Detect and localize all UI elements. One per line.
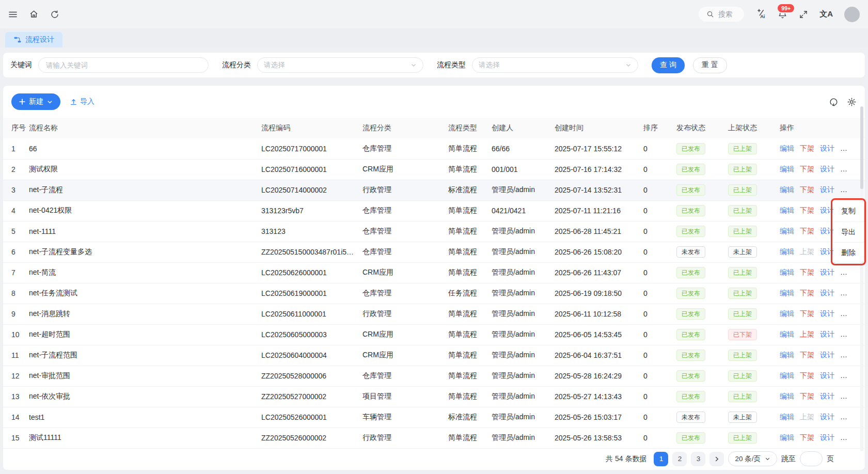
action-take-down-link[interactable]: 下架	[800, 206, 814, 215]
cell-actions: 编辑下架设计更多	[778, 366, 865, 386]
action-design-link[interactable]: 设计	[820, 371, 834, 381]
action-take-down-link[interactable]: 下架	[800, 351, 814, 360]
table-scrollbar-thumb[interactable]	[860, 106, 863, 189]
cell-category: 仓库管理	[360, 242, 446, 262]
action-take-down-link[interactable]: 下架	[800, 165, 814, 174]
table-row: 9net-消息跳转LC20250611000001行政管理简单流程管理员/adm…	[3, 304, 865, 324]
jump-to-page-input[interactable]	[800, 451, 823, 466]
tab-process-design[interactable]: 流程设计	[5, 32, 62, 48]
type-select[interactable]: 请选择	[472, 57, 638, 73]
action-take-down-link[interactable]: 下架	[800, 185, 814, 195]
cell-name: test1	[27, 407, 259, 428]
category-select[interactable]: 请选择	[257, 57, 423, 73]
language-switch-icon[interactable]: 文A	[819, 9, 833, 19]
action-edit-link[interactable]: 编辑	[780, 247, 794, 257]
cell-index: 14	[3, 407, 27, 428]
ai-assistant-icon[interactable]: Ai	[755, 9, 766, 20]
action-design-link[interactable]: 设计	[820, 289, 834, 298]
user-avatar[interactable]	[844, 7, 860, 22]
fullscreen-icon[interactable]	[799, 10, 808, 19]
cell-actions: 编辑下架设计更多	[778, 159, 865, 180]
menu-icon[interactable]	[8, 10, 18, 19]
action-edit-link[interactable]: 编辑	[780, 433, 794, 443]
action-put-on-shelf-link[interactable]: 上架	[800, 247, 814, 257]
cell-code: 313123	[259, 221, 360, 242]
action-design-link[interactable]: 设计	[820, 413, 834, 422]
cell-name: net-子流程范围	[27, 345, 259, 366]
next-page-button[interactable]	[709, 452, 724, 466]
cell-sort: 0	[641, 159, 674, 180]
cell-actions: 编辑下架设计更多	[778, 428, 865, 448]
shelf-status-badge: 已上架	[728, 391, 757, 402]
action-edit-link[interactable]: 编辑	[780, 144, 794, 153]
action-take-down-link[interactable]: 下架	[800, 309, 814, 319]
action-take-down-link[interactable]: 下架	[800, 289, 814, 298]
action-edit-link[interactable]: 编辑	[780, 268, 794, 277]
action-take-down-link[interactable]: 下架	[800, 433, 814, 443]
notifications-bell-icon[interactable]: 99+	[778, 9, 787, 19]
table-refresh-icon[interactable]	[829, 97, 839, 107]
action-design-link[interactable]: 设计	[820, 268, 834, 277]
action-edit-link[interactable]: 编辑	[780, 289, 794, 298]
action-design-link[interactable]: 设计	[820, 309, 834, 319]
action-edit-link[interactable]: 编辑	[780, 185, 794, 195]
action-design-link[interactable]: 设计	[820, 330, 834, 339]
action-edit-link[interactable]: 编辑	[780, 392, 794, 401]
action-take-down-link[interactable]: 下架	[800, 227, 814, 236]
page-size-select[interactable]: 20 条/页	[728, 451, 777, 466]
action-design-link[interactable]: 设计	[820, 433, 834, 443]
shelf-status-badge: 已上架	[728, 308, 757, 320]
action-design-link[interactable]: 设计	[820, 185, 834, 195]
page-button-3[interactable]: 3	[691, 452, 705, 466]
action-edit-link[interactable]: 编辑	[780, 206, 794, 215]
cell-name: net-子流程	[27, 180, 259, 200]
action-put-on-shelf-link[interactable]: 上架	[800, 330, 814, 339]
home-icon[interactable]	[29, 9, 39, 19]
action-take-down-link[interactable]: 下架	[800, 392, 814, 401]
global-search-input[interactable]: 搜索	[699, 7, 744, 22]
action-design-link[interactable]: 设计	[820, 351, 834, 360]
action-edit-link[interactable]: 编辑	[780, 330, 794, 339]
jump-to-label: 跳至	[781, 454, 796, 464]
action-design-link[interactable]: 设计	[820, 392, 834, 401]
page-button-1[interactable]: 1	[654, 452, 668, 466]
cell-category: CRM应用	[360, 324, 446, 345]
cell-code: LC20250716000001	[259, 159, 360, 180]
cell-created-time: 2025-06-26 15:08:20	[553, 242, 641, 262]
action-take-down-link[interactable]: 下架	[800, 144, 814, 153]
action-put-on-shelf-link[interactable]: 上架	[800, 413, 814, 422]
action-take-down-link[interactable]: 下架	[800, 268, 814, 277]
action-edit-link[interactable]: 编辑	[780, 351, 794, 360]
table-settings-gear-icon[interactable]	[847, 97, 857, 107]
action-edit-link[interactable]: 编辑	[780, 165, 794, 174]
cell-category: 仓库管理	[360, 138, 446, 159]
cell-creator: 管理员/admin	[490, 304, 553, 324]
table-row: 12net-审批范围ZZ20250528000006仓库管理简单流程管理员/ad…	[3, 366, 865, 386]
keyword-input[interactable]	[38, 57, 209, 73]
reset-button[interactable]: 重 置	[693, 57, 727, 73]
menu-item-export[interactable]: 导出	[833, 222, 863, 242]
action-take-down-link[interactable]: 下架	[800, 371, 814, 381]
action-edit-link[interactable]: 编辑	[780, 309, 794, 319]
publish-status-badge-cell: 已发布	[674, 200, 726, 221]
action-design-link[interactable]: 设计	[820, 144, 834, 153]
cell-creator: 管理员/admin	[490, 283, 553, 304]
action-edit-link[interactable]: 编辑	[780, 371, 794, 381]
publish-status-badge-cell: 已发布	[674, 283, 726, 304]
action-design-link[interactable]: 设计	[820, 165, 834, 174]
search-button[interactable]: 查 询	[652, 57, 685, 73]
refresh-icon[interactable]	[50, 10, 59, 19]
new-button[interactable]: 新建	[11, 93, 60, 110]
publish-status-badge: 已发布	[676, 164, 705, 175]
shelf-status-badge-cell: 未上架	[726, 407, 778, 428]
column-header-7: 排序	[641, 118, 674, 138]
menu-item-copy[interactable]: 复制	[833, 201, 863, 222]
action-edit-link[interactable]: 编辑	[780, 413, 794, 422]
publish-status-badge: 已发布	[676, 288, 705, 299]
publish-status-badge: 已发布	[676, 184, 705, 196]
page-button-2[interactable]: 2	[672, 452, 687, 466]
import-button[interactable]: 导入	[70, 97, 94, 106]
type-select-placeholder: 请选择	[479, 60, 500, 70]
menu-item-delete[interactable]: 删除	[833, 242, 863, 263]
action-edit-link[interactable]: 编辑	[780, 227, 794, 236]
